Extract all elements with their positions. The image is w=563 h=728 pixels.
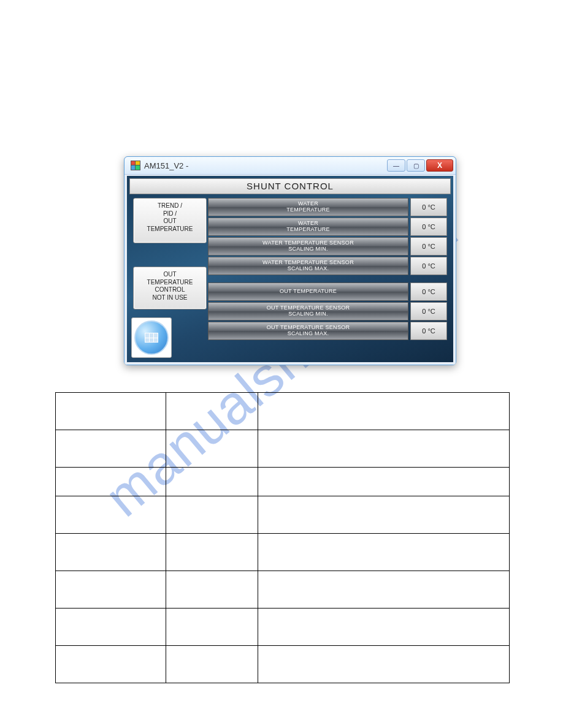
readout-label: WATER TEMPERATURE SENSOR SCALING MAX. <box>208 257 408 275</box>
readout-label: OUT TEMPERATURE <box>208 282 408 301</box>
readout-label: OUT TEMPERATURE SENSOR SCALING MIN. <box>208 302 408 320</box>
home-icon <box>134 320 169 355</box>
readout-rows: WATER TEMPERATURE 0 °C WATER TEMPERATURE… <box>208 198 447 341</box>
document-table <box>55 392 510 683</box>
readout-value: 0 °C <box>410 218 447 236</box>
caption-buttons: — ▢ X <box>386 159 453 172</box>
out-temperature-control-not-in-use-button[interactable]: OUT TEMPERATURE CONTROL NOT IN USE <box>133 267 207 309</box>
panel-title: SHUNT CONTROL <box>129 178 451 194</box>
app-icon <box>131 161 140 170</box>
readout-row: WATER TEMPERATURE SENSOR SCALING MIN. 0 … <box>208 237 447 256</box>
client-area: SHUNT CONTROL TREND / PID / OUT TEMPERAT… <box>124 175 456 365</box>
table-row <box>56 468 510 496</box>
readout-label: OUT TEMPERATURE SENSOR SCALING MAX. <box>208 322 408 340</box>
readout-label: WATER TEMPERATURE <box>208 198 408 216</box>
readout-row: OUT TEMPERATURE 0 °C <box>208 282 447 301</box>
panel-body: TREND / PID / OUT TEMPERATURE OUT TEMPER… <box>129 194 451 360</box>
table-row <box>56 430 510 468</box>
readout-label: WATER TEMPERATURE SENSOR SCALING MIN. <box>208 237 408 256</box>
readout-value: 0 °C <box>410 302 447 320</box>
table-row <box>56 393 510 430</box>
readout-label: WATER TEMPERATURE <box>208 218 408 236</box>
home-button[interactable] <box>131 317 172 358</box>
maximize-button[interactable]: ▢ <box>407 159 425 172</box>
trend-pid-out-temperature-button[interactable]: TREND / PID / OUT TEMPERATURE <box>133 198 207 243</box>
readout-value: 0 °C <box>410 237 447 256</box>
readout-value: 0 °C <box>410 322 447 340</box>
readout-value: 0 °C <box>410 257 447 275</box>
close-button[interactable]: X <box>426 159 453 172</box>
readout-row: WATER TEMPERATURE SENSOR SCALING MAX. 0 … <box>208 257 447 275</box>
minimize-button[interactable]: — <box>387 159 405 172</box>
titlebar: AM151_V2 - — ▢ X <box>124 157 456 175</box>
readout-row: OUT TEMPERATURE SENSOR SCALING MAX. 0 °C <box>208 322 447 340</box>
readout-value: 0 °C <box>410 282 447 301</box>
table-row <box>56 571 510 609</box>
table-row <box>56 646 510 683</box>
readout-row: WATER TEMPERATURE 0 °C <box>208 218 447 236</box>
readout-row: OUT TEMPERATURE SENSOR SCALING MIN. 0 °C <box>208 302 447 320</box>
window-title: AM151_V2 - <box>144 161 188 170</box>
table-row <box>56 534 510 571</box>
readout-row: WATER TEMPERATURE 0 °C <box>208 198 447 216</box>
table-row <box>56 609 510 646</box>
table-row <box>56 496 510 534</box>
app-window: AM151_V2 - — ▢ X SHUNT CONTROL TREND / P… <box>124 156 456 365</box>
readout-value: 0 °C <box>410 198 447 216</box>
